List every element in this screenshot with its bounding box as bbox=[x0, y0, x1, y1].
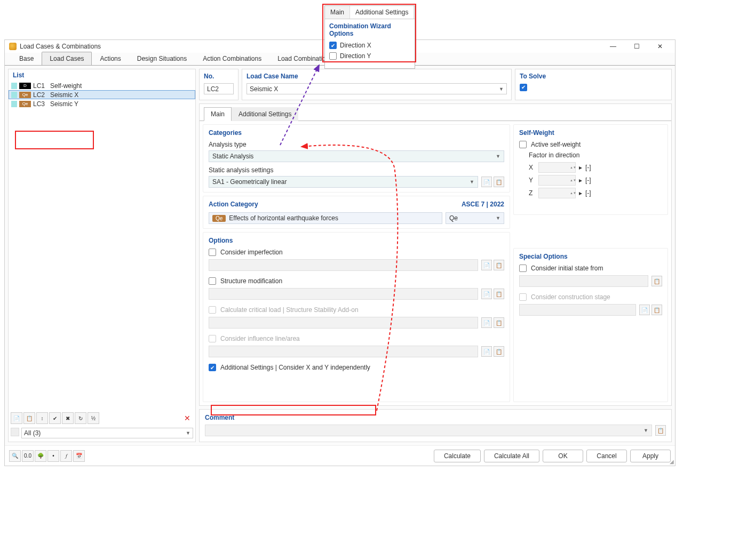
lc-name: Seismic X bbox=[50, 91, 78, 99]
tab-action-combinations[interactable]: Action Combinations bbox=[195, 52, 269, 65]
calendar-icon[interactable]: 📅 bbox=[73, 450, 85, 462]
chevron-down-icon: ▼ bbox=[496, 215, 500, 221]
direction-y-checkbox[interactable] bbox=[329, 52, 337, 60]
dot-icon[interactable]: • bbox=[47, 450, 59, 462]
tag-badge: Qe bbox=[19, 101, 31, 107]
new-icon: 📄 bbox=[481, 346, 492, 357]
direction-x-checkbox[interactable]: ✔ bbox=[329, 42, 337, 49]
static-settings-label: Static analysis settings bbox=[209, 166, 504, 174]
calculate-button[interactable]: Calculate bbox=[434, 450, 481, 462]
new-icon[interactable]: 📄 bbox=[11, 412, 22, 424]
sort-icon[interactable]: ↕ bbox=[36, 412, 48, 424]
name-input[interactable]: Seismic X ▼ bbox=[247, 83, 507, 94]
color-swatch bbox=[11, 83, 17, 89]
initial-state-checkbox[interactable] bbox=[519, 265, 527, 272]
new-settings-icon[interactable]: 📄 bbox=[481, 177, 492, 187]
no-label: No. bbox=[204, 73, 234, 80]
static-settings-select[interactable]: SA1 - Geometrically linear ▼ bbox=[209, 176, 478, 188]
no-input[interactable]: LC2 bbox=[204, 83, 234, 94]
comment-input[interactable]: ▼ bbox=[205, 425, 652, 436]
list-item[interactable]: Qe LC2 Seismic X bbox=[9, 90, 195, 99]
popup-tab-main[interactable]: Main bbox=[325, 6, 350, 19]
popup-section-title: Combination Wizard Options bbox=[329, 22, 410, 37]
apply-button[interactable]: Apply bbox=[630, 450, 671, 462]
copy-icon[interactable]: 📋 bbox=[23, 412, 35, 424]
detail-tab-additional[interactable]: Additional Settings bbox=[232, 107, 298, 121]
cancel-button[interactable]: Cancel bbox=[586, 450, 627, 462]
list-item[interactable]: Qe LC3 Seismic Y bbox=[9, 99, 195, 108]
delete-icon[interactable]: ✕ bbox=[181, 412, 193, 424]
filter-swatch bbox=[11, 428, 19, 436]
critical-checkbox bbox=[209, 306, 216, 314]
to-solve-checkbox[interactable]: ✔ bbox=[520, 84, 527, 91]
window-title: Load Cases & Combinations bbox=[20, 43, 101, 50]
new-icon[interactable]: 📄 bbox=[481, 289, 492, 299]
self-weight-group: Self-Weight Active self-weight Factor in… bbox=[513, 124, 668, 215]
tree-icon[interactable]: 🌳 bbox=[35, 450, 46, 462]
factor-label: Factor in direction bbox=[529, 151, 662, 159]
comment-edit-icon[interactable]: 📋 bbox=[655, 425, 666, 436]
action-category-select[interactable]: QeEffects of horizontal earthquake force… bbox=[209, 212, 442, 224]
check-all-icon[interactable]: ✔ bbox=[49, 412, 61, 424]
structure-checkbox[interactable] bbox=[209, 277, 216, 285]
edit-icon: 📋 bbox=[651, 305, 662, 315]
imperfection-checkbox[interactable] bbox=[209, 249, 216, 256]
code-reference: ASCE 7 | 2022 bbox=[462, 201, 504, 208]
list-item[interactable]: D LC1 Self-weight bbox=[9, 81, 195, 90]
ok-button[interactable]: OK bbox=[543, 450, 583, 462]
minimize-button[interactable]: — bbox=[602, 41, 624, 52]
factor-y-input[interactable]: ▲▼ bbox=[538, 175, 576, 186]
left-pane: List D LC1 Self-weight Qe LC2 Seismic X … bbox=[8, 69, 196, 442]
analysis-type-select[interactable]: Static Analysis ▼ bbox=[209, 150, 504, 162]
maximize-button[interactable]: ☐ bbox=[626, 41, 647, 52]
lc-code: LC2 bbox=[33, 91, 48, 99]
influence-input bbox=[209, 346, 478, 357]
edit-icon[interactable]: 📋 bbox=[494, 260, 504, 270]
calculate-all-button[interactable]: Calculate All bbox=[484, 450, 539, 462]
popup-tab-additional[interactable]: Additional Settings bbox=[350, 6, 414, 19]
name-label: Load Case Name bbox=[247, 73, 507, 80]
uncheck-all-icon[interactable]: ✖ bbox=[62, 412, 74, 424]
options-group: Options Consider imperfection 📄📋 Structu… bbox=[203, 232, 510, 402]
lc-code: LC3 bbox=[33, 100, 48, 108]
tab-design-situations[interactable]: Design Situations bbox=[129, 52, 195, 65]
filter-select[interactable]: All (3) ▼ bbox=[21, 428, 193, 438]
tag-badge: D bbox=[19, 83, 31, 89]
imperfection-input bbox=[209, 259, 478, 271]
new-icon: 📄 bbox=[481, 317, 492, 328]
chevron-down-icon: ▼ bbox=[643, 428, 648, 433]
tab-base[interactable]: Base bbox=[11, 52, 42, 65]
refresh-icon[interactable]: ↻ bbox=[75, 412, 86, 424]
analysis-type-label: Analysis type bbox=[209, 141, 504, 148]
action-short-select[interactable]: Qe ▼ bbox=[446, 212, 504, 224]
units-icon[interactable]: 0.0 bbox=[22, 450, 34, 462]
resize-grip[interactable]: ◢ bbox=[670, 459, 674, 465]
initial-state-input bbox=[519, 275, 648, 287]
new-icon: 📄 bbox=[639, 305, 650, 315]
tab-actions[interactable]: Actions bbox=[92, 52, 129, 65]
close-button[interactable]: ✕ bbox=[649, 41, 671, 52]
solve-label: To Solve bbox=[520, 73, 667, 80]
additional-xy-checkbox[interactable]: ✔ bbox=[209, 364, 216, 371]
load-case-list: D LC1 Self-weight Qe LC2 Seismic X Qe LC… bbox=[9, 81, 195, 410]
edit-settings-icon[interactable]: 📋 bbox=[494, 177, 504, 187]
help-icon[interactable]: 🔍 bbox=[9, 450, 21, 462]
detail-tab-main[interactable]: Main bbox=[204, 107, 232, 121]
renumber-icon[interactable]: ½ bbox=[88, 412, 99, 424]
fx-icon[interactable]: 𝑓 bbox=[60, 450, 72, 462]
new-icon[interactable]: 📄 bbox=[481, 260, 492, 270]
factor-z-input[interactable]: ▲▼ bbox=[538, 188, 576, 198]
main-window: Load Cases & Combinations — ☐ ✕ Base Loa… bbox=[4, 39, 676, 466]
influence-checkbox bbox=[209, 335, 216, 342]
color-swatch bbox=[11, 92, 17, 98]
lc-name: Self-weight bbox=[50, 82, 82, 90]
tab-load-cases[interactable]: Load Cases bbox=[42, 52, 92, 65]
edit-icon[interactable]: 📋 bbox=[494, 289, 504, 299]
edit-icon[interactable]: 📋 bbox=[651, 276, 662, 286]
active-self-weight-checkbox[interactable] bbox=[519, 141, 527, 148]
comment-group: Comment ▼ 📋 bbox=[199, 409, 672, 442]
factor-x-input[interactable]: ▲▼ bbox=[538, 162, 576, 173]
chevron-down-icon: ▼ bbox=[186, 430, 190, 436]
structure-input bbox=[209, 288, 478, 300]
critical-input bbox=[209, 317, 478, 329]
